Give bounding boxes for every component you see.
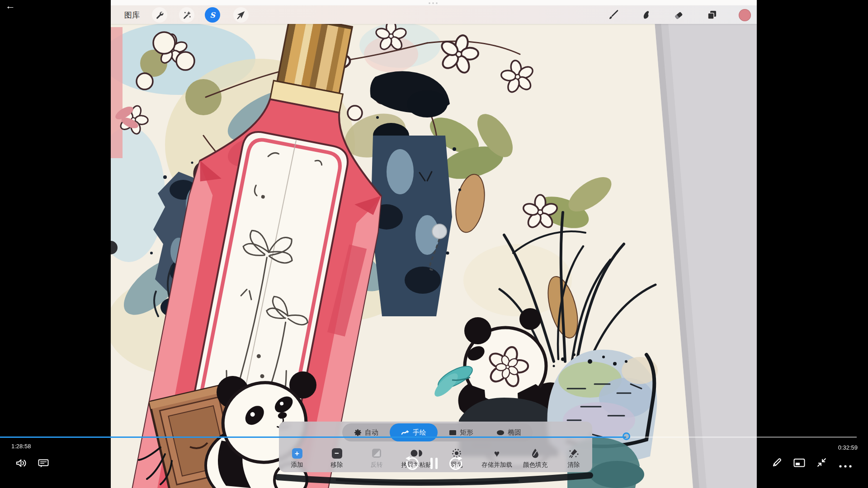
action-remove[interactable]: − 移除 [319, 448, 355, 469]
timeline-played[interactable] [0, 436, 626, 438]
edit-pencil-icon[interactable] [771, 456, 783, 470]
forward-seconds-label: 30 [452, 463, 459, 469]
auto-blob-icon [354, 429, 362, 436]
active-color [739, 9, 751, 21]
rewind-seconds-label: 10 [409, 463, 415, 469]
rewind-10-button[interactable]: 10 [403, 455, 421, 476]
action-clear[interactable]: 清除 [556, 448, 592, 469]
video-player-fullscreen: 图库 S [0, 0, 868, 488]
rectangle-icon [449, 430, 457, 436]
pause-button[interactable] [430, 458, 438, 469]
ellipse-icon [496, 430, 505, 436]
timeline-remaining[interactable] [630, 436, 857, 438]
back-button[interactable]: ← [5, 0, 15, 12]
tab-freehand[interactable]: 手绘 [390, 423, 437, 441]
procreate-toolbar: 图库 S [111, 5, 757, 24]
forward-30-button[interactable]: 30 [447, 455, 465, 476]
action-add[interactable]: + 添加 [279, 448, 315, 469]
gallery-button[interactable]: 图库 [124, 10, 140, 20]
clear-icon [568, 448, 579, 459]
wrench-icon[interactable] [152, 7, 167, 23]
selection-mode-tabs: 自动 手绘 矩形 [342, 423, 533, 441]
action-save-load[interactable]: ♥ 存储并加载 [479, 448, 515, 469]
smudge-icon[interactable] [639, 7, 655, 23]
current-time: 1:28:58 [11, 443, 31, 450]
action-color-fill[interactable]: 颜色填充 [517, 448, 553, 469]
subtitles-icon[interactable] [38, 459, 49, 470]
heart-icon: ♥ [494, 448, 500, 459]
minus-badge-icon: − [332, 448, 342, 459]
volume-icon[interactable] [15, 458, 28, 470]
video-frame[interactable]: 图库 S [111, 0, 757, 488]
selection-letter: S [210, 11, 215, 19]
plus-badge-icon: + [292, 448, 302, 459]
brush-icon[interactable] [606, 7, 621, 23]
timeline-playhead[interactable] [623, 432, 630, 440]
wand-icon[interactable] [179, 7, 194, 23]
tab-automatic[interactable]: 自动 [342, 423, 390, 441]
more-options-icon[interactable] [839, 462, 852, 470]
selection-node [432, 224, 447, 239]
action-invert: 反转 [359, 448, 395, 469]
eraser-icon[interactable] [671, 7, 686, 23]
transform-arrow-icon[interactable] [233, 7, 249, 23]
color-fill-icon [531, 448, 540, 459]
exit-fullscreen-icon[interactable] [816, 457, 827, 470]
status-strip [111, 0, 757, 5]
remaining-time: 0:32:59 [838, 444, 858, 451]
status-dots [429, 2, 438, 4]
tab-ellipse[interactable]: 椭圆 [485, 423, 533, 441]
layers-icon[interactable] [704, 7, 720, 23]
freehand-icon [401, 429, 410, 436]
color-swatch[interactable] [737, 7, 752, 23]
selection-tool-icon[interactable]: S [205, 7, 220, 23]
tab-rectangle[interactable]: 矩形 [438, 423, 485, 441]
mini-player-icon[interactable] [793, 458, 806, 470]
invert-icon [372, 448, 382, 459]
artwork-illustration [111, 0, 757, 488]
